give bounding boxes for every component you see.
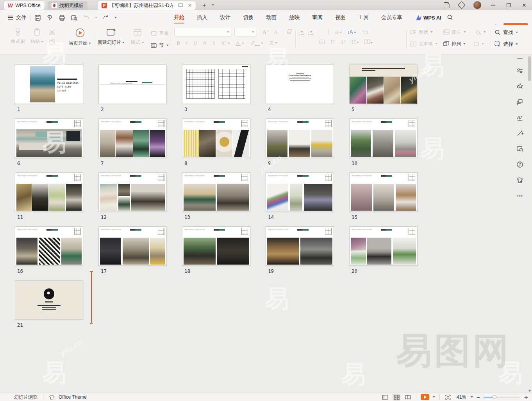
image-search-icon[interactable] bbox=[513, 142, 527, 156]
play-from-current-button[interactable]: 当页开始 bbox=[69, 28, 91, 47]
reset-button[interactable]: 重置 bbox=[150, 29, 169, 38]
slide-thumbnail-8[interactable]: Manhattan metropolis 8 bbox=[182, 118, 250, 166]
slide-thumbnail-13[interactable]: Manhattan metropolis 13 bbox=[182, 172, 250, 220]
new-slide-button[interactable]: 新建幻灯片 bbox=[98, 28, 125, 46]
export-pdf-icon[interactable] bbox=[46, 14, 53, 21]
slide-thumbnail-6[interactable]: Manhattan metropolis 6 bbox=[15, 118, 83, 166]
play-options-caret-icon[interactable] bbox=[433, 396, 435, 398]
new-tab-button[interactable]: ＋ bbox=[201, 2, 207, 9]
section-button[interactable]: 节 bbox=[150, 41, 169, 50]
signature-icon[interactable] bbox=[513, 111, 527, 124]
zoom-in-button[interactable]: ＋ bbox=[523, 394, 529, 401]
tab-close-icon[interactable]: ✕ bbox=[188, 3, 192, 8]
save-icon[interactable] bbox=[34, 14, 41, 21]
underline-button[interactable]: U bbox=[193, 40, 197, 46]
scrollbar-down-icon[interactable] bbox=[528, 390, 531, 392]
collapse-panel-icon[interactable] bbox=[517, 58, 523, 59]
redo-icon[interactable] bbox=[103, 15, 109, 21]
slide-thumbnail-2[interactable]: Manhattan metropolis 2 bbox=[98, 64, 167, 112]
close-button[interactable]: ✕ bbox=[516, 0, 532, 10]
slide-thumbnail-10[interactable]: Manhattan metropolis 10 bbox=[349, 118, 418, 166]
redo-caret-icon[interactable] bbox=[114, 17, 117, 18]
arrange-button[interactable]: 排列 bbox=[443, 39, 466, 48]
text-direction-icon[interactable]: ab̄ bbox=[335, 30, 342, 34]
line-spacing-icon[interactable] bbox=[351, 39, 359, 45]
slide-thumbnail-16[interactable]: Manhattan metropolis 16 bbox=[15, 226, 83, 274]
menu-item-8[interactable]: 工具 bbox=[352, 10, 375, 25]
font-family-combo[interactable] bbox=[174, 28, 232, 36]
minimize-button[interactable] bbox=[485, 0, 501, 10]
slideshow-play-button[interactable] bbox=[421, 394, 429, 400]
outline-color-button[interactable] bbox=[473, 39, 484, 48]
shapes-button[interactable]: 形状 bbox=[410, 27, 433, 37]
print-preview-icon[interactable] bbox=[71, 14, 78, 21]
theme-button[interactable]: Office Theme bbox=[59, 394, 87, 400]
more-options-icon[interactable]: ••• bbox=[513, 189, 527, 202]
main-menu-icon[interactable] bbox=[8, 15, 13, 21]
fill-color-button[interactable] bbox=[475, 27, 486, 37]
tab-list-caret-icon[interactable] bbox=[212, 4, 214, 6]
decrease-font-icon[interactable]: A⁻ bbox=[274, 29, 280, 35]
find-button[interactable]: 查找 bbox=[495, 28, 518, 37]
smart-effects-icon[interactable] bbox=[513, 80, 527, 93]
layout-button[interactable]: 版式 bbox=[131, 28, 144, 46]
maximize-button[interactable] bbox=[501, 0, 516, 10]
slide-thumbnail-9[interactable]: Manhattan metropolis 9 bbox=[266, 118, 334, 166]
scrollbar-thumb[interactable] bbox=[528, 56, 531, 81]
zoom-out-button[interactable]: − bbox=[477, 394, 480, 401]
undo-icon[interactable] bbox=[83, 15, 89, 21]
textbox-button[interactable]: 文本框 bbox=[410, 39, 437, 48]
menu-item-3[interactable]: 切换 bbox=[237, 10, 260, 25]
strikethrough-button[interactable]: S bbox=[212, 40, 215, 46]
wps-ai-button[interactable]: WPS AI bbox=[423, 15, 441, 21]
tab-preview-icon[interactable] bbox=[178, 3, 183, 8]
char-spacing-button[interactable]: A bbox=[203, 40, 206, 46]
slide-sorter-view-button[interactable] bbox=[393, 394, 400, 401]
vertical-scrollbar[interactable] bbox=[527, 55, 532, 393]
italic-button[interactable]: I bbox=[186, 40, 187, 46]
menu-item-9[interactable]: 会员专享 bbox=[375, 10, 409, 25]
file-menu[interactable]: 文件 bbox=[16, 14, 26, 21]
slide-thumbnail-17[interactable]: Manhattan metropolis 17 bbox=[98, 226, 167, 274]
slide-thumbnail-5[interactable]: 5 bbox=[349, 64, 418, 112]
search-icon[interactable] bbox=[447, 14, 453, 21]
slide-thumbnail-11[interactable]: Manhattan metropolis 11 bbox=[15, 172, 83, 220]
slide-thumbnail-18[interactable]: Manhattan metropolis 18 bbox=[182, 226, 250, 274]
increase-font-icon[interactable]: A⁺ bbox=[262, 29, 270, 36]
slide-transfer-icon[interactable] bbox=[513, 95, 527, 109]
fit-to-window-button[interactable] bbox=[444, 394, 452, 401]
menu-item-4[interactable]: 动画 bbox=[260, 10, 283, 25]
slide-thumbnail-7[interactable]: Manhattan metropolis 7 bbox=[98, 118, 167, 166]
convert-smartart-icon[interactable] bbox=[361, 29, 368, 36]
tab-wps-home[interactable]: W WPS Office bbox=[4, 1, 45, 10]
phonetic-guide-button[interactable]: 文 bbox=[269, 39, 277, 46]
zoom-slider-knob[interactable] bbox=[493, 395, 496, 399]
slide-thumbnail-1[interactable]: Villa Dianshan soft with intent 1 bbox=[15, 64, 83, 112]
menu-item-6[interactable]: 审阅 bbox=[306, 10, 329, 25]
paste-button[interactable]: 粘贴 bbox=[30, 28, 43, 45]
format-painter-button[interactable]: 格式刷 bbox=[11, 28, 25, 45]
app-center-icon[interactable] bbox=[454, 0, 470, 10]
multi-device-icon[interactable] bbox=[438, 0, 454, 10]
print-icon[interactable] bbox=[59, 14, 65, 21]
move-up-icon[interactable] bbox=[330, 39, 336, 45]
menu-item-7[interactable]: 视图 bbox=[329, 10, 352, 25]
slide-thumbnail-19[interactable]: Manhattan metropolis 19 bbox=[266, 226, 334, 274]
select-button[interactable]: 选择 bbox=[495, 39, 518, 49]
cut-icon[interactable] bbox=[49, 29, 56, 36]
highlight-color-button[interactable] bbox=[250, 40, 263, 46]
slide-thumbnail-3[interactable]: 3 bbox=[182, 64, 250, 112]
menu-item-0[interactable]: 开始 bbox=[168, 10, 191, 25]
font-color-button[interactable]: A bbox=[236, 40, 245, 46]
vertical-text-icon[interactable]: ↓A bbox=[347, 29, 356, 35]
slide-thumbnail-21[interactable]: 21 bbox=[15, 280, 83, 328]
properties-sliders-icon[interactable] bbox=[513, 64, 527, 77]
zoom-percentage[interactable]: 41% bbox=[455, 394, 467, 400]
menu-item-1[interactable]: 插入 bbox=[191, 10, 214, 25]
slide-thumbnail-20[interactable]: Manhattan metropolis 20 bbox=[349, 226, 418, 274]
zoom-caret-icon[interactable] bbox=[471, 396, 473, 398]
slide-thumbnail-15[interactable]: Manhattan metropolis 15 bbox=[349, 172, 418, 220]
font-size-combo[interactable] bbox=[234, 28, 257, 36]
zoom-slider[interactable] bbox=[484, 397, 520, 397]
distribute-icon[interactable] bbox=[319, 39, 325, 45]
